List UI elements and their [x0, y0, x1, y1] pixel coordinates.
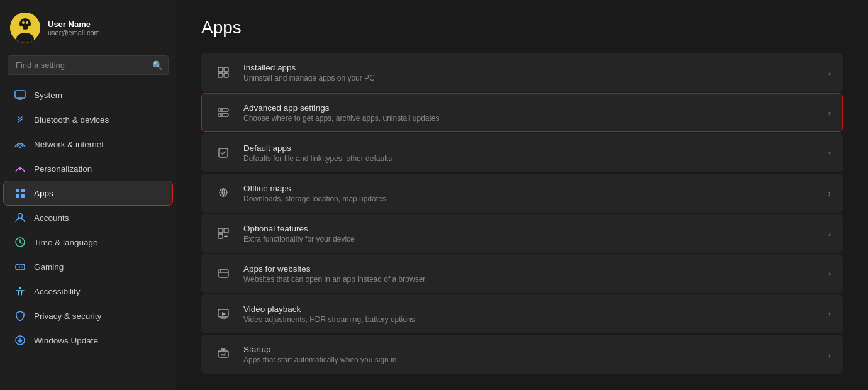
settings-item-apps-for-websites[interactable]: Apps for websitesWebsites that can open …: [201, 254, 843, 293]
installed-apps-text: Installed appsUninstall and manage apps …: [243, 63, 818, 82]
svg-rect-26: [218, 73, 223, 77]
apps-for-websites-icon: [213, 264, 233, 284]
sidebar-item-label: Accessibility: [34, 287, 162, 296]
sidebar-item-label: Accounts: [34, 213, 162, 223]
svg-rect-12: [16, 189, 19, 192]
sidebar-item-apps[interactable]: Apps: [4, 181, 172, 205]
svg-rect-7: [15, 91, 25, 98]
chevron-right-icon: ›: [828, 309, 831, 319]
svg-rect-34: [218, 228, 223, 233]
sidebar-item-accounts[interactable]: Accounts: [4, 206, 172, 230]
chevron-right-icon: ›: [828, 108, 831, 118]
sidebar-item-label: Windows Update: [34, 336, 162, 345]
advanced-app-settings-text: Advanced app settingsChoose where to get…: [243, 103, 818, 123]
network-icon: [14, 138, 26, 150]
apps-for-websites-description: Websites that can open in an app instead…: [243, 275, 818, 284]
search-box[interactable]: 🔍: [8, 55, 169, 75]
sidebar-item-privacy[interactable]: Privacy & security: [4, 304, 172, 328]
offline-maps-icon: [213, 183, 233, 203]
sidebar-item-windows-update[interactable]: Windows Update: [4, 328, 172, 352]
svg-point-22: [19, 287, 21, 289]
svg-marker-42: [222, 312, 226, 316]
sidebar-item-label: Personalization: [34, 164, 162, 174]
sidebar-item-network[interactable]: Network & internet: [4, 132, 172, 156]
video-playback-text: Video playbackVideo adjustments, HDR str…: [243, 304, 818, 324]
settings-item-offline-maps[interactable]: Offline mapsDownloads, storage location,…: [201, 174, 843, 213]
sidebar-item-label: Privacy & security: [34, 311, 162, 321]
apps-icon: [14, 187, 26, 199]
svg-rect-15: [21, 194, 25, 198]
svg-point-11: [19, 167, 21, 170]
sidebar-item-gaming[interactable]: Gaming: [4, 255, 172, 279]
sidebar-item-personalization[interactable]: Personalization: [4, 157, 172, 181]
offline-maps-description: Downloads, storage location, map updates: [243, 194, 818, 203]
apps-for-websites-text: Apps for websitesWebsites that can open …: [243, 264, 818, 284]
personalization-icon: [14, 162, 26, 175]
page-title: Apps: [201, 18, 843, 38]
startup-text: StartupApps that start automatically whe…: [243, 345, 818, 364]
svg-point-40: [220, 270, 221, 272]
settings-list: Installed appsUninstall and manage apps …: [201, 53, 843, 374]
settings-item-optional-features[interactable]: Optional featuresExtra functionality for…: [201, 214, 843, 253]
offline-maps-title: Offline maps: [243, 184, 818, 193]
sidebar-item-label: Apps: [34, 189, 162, 198]
chevron-right-icon: ›: [828, 229, 831, 238]
chevron-right-icon: ›: [828, 148, 831, 158]
startup-title: Startup: [243, 345, 818, 354]
settings-item-video-playback[interactable]: Video playbackVideo adjustments, HDR str…: [201, 294, 843, 333]
search-input[interactable]: [8, 55, 169, 75]
video-playback-icon: [213, 304, 233, 324]
settings-item-default-apps[interactable]: Default appsDefaults for file and link t…: [201, 133, 843, 172]
apps-for-websites-title: Apps for websites: [243, 264, 818, 274]
sidebar-item-bluetooth[interactable]: Bluetooth & devices: [4, 108, 172, 131]
user-profile[interactable]: User Name user@email.com: [0, 6, 176, 53]
sidebar-item-label: Gaming: [34, 262, 162, 272]
svg-rect-28: [218, 109, 228, 111]
svg-rect-44: [218, 351, 228, 357]
avatar: [10, 13, 40, 43]
optional-features-title: Optional features: [243, 224, 818, 233]
main-content: Apps Installed appsUninstall and manage …: [176, 0, 868, 390]
svg-rect-3: [20, 26, 23, 30]
settings-item-startup[interactable]: StartupApps that start automatically whe…: [201, 335, 843, 374]
startup-description: Apps that start automatically when you s…: [243, 355, 818, 364]
settings-item-installed-apps[interactable]: Installed appsUninstall and manage apps …: [201, 53, 843, 92]
video-playback-title: Video playback: [243, 304, 818, 314]
svg-rect-27: [224, 73, 228, 77]
nav-list: SystemBluetooth & devicesNetwork & inter…: [0, 82, 176, 353]
svg-point-5: [22, 21, 25, 24]
startup-icon: [213, 344, 233, 364]
svg-point-21: [21, 267, 23, 268]
chevron-right-icon: ›: [828, 68, 831, 77]
svg-rect-4: [28, 26, 30, 30]
svg-rect-32: [219, 148, 228, 157]
user-info: User Name user@email.com: [48, 20, 100, 36]
system-icon: [14, 89, 26, 101]
sidebar-item-time[interactable]: Time & language: [4, 230, 172, 254]
sidebar-item-system[interactable]: System: [4, 83, 172, 107]
sidebar-item-label: Time & language: [34, 238, 162, 247]
time-icon: [14, 236, 26, 248]
default-apps-description: Defaults for file and link types, other …: [243, 154, 818, 163]
svg-rect-35: [224, 228, 228, 233]
privacy-icon: [14, 309, 26, 322]
advanced-app-settings-title: Advanced app settings: [243, 103, 818, 113]
optional-features-text: Optional featuresExtra functionality for…: [243, 224, 818, 243]
sidebar: User Name user@email.com 🔍 SystemBluetoo…: [0, 0, 176, 390]
svg-point-10: [19, 147, 21, 148]
optional-features-description: Extra functionality for your device: [243, 235, 818, 243]
accessibility-icon: [14, 285, 26, 298]
default-apps-title: Default apps: [243, 143, 818, 153]
sidebar-item-accessibility[interactable]: Accessibility: [4, 279, 172, 303]
bluetooth-icon: [14, 113, 26, 126]
accounts-icon: [14, 211, 26, 224]
chevron-right-icon: ›: [828, 350, 831, 359]
sidebar-item-label: Bluetooth & devices: [34, 115, 162, 125]
sidebar-item-label: Network & internet: [34, 140, 162, 149]
settings-item-advanced-app-settings[interactable]: Advanced app settingsChoose where to get…: [201, 93, 843, 132]
advanced-app-settings-icon: [213, 103, 233, 123]
video-playback-description: Video adjustments, HDR streaming, batter…: [243, 315, 818, 324]
svg-rect-36: [218, 234, 223, 238]
installed-apps-description: Uninstall and manage apps on your PC: [243, 74, 818, 82]
installed-apps-icon: [213, 62, 233, 82]
